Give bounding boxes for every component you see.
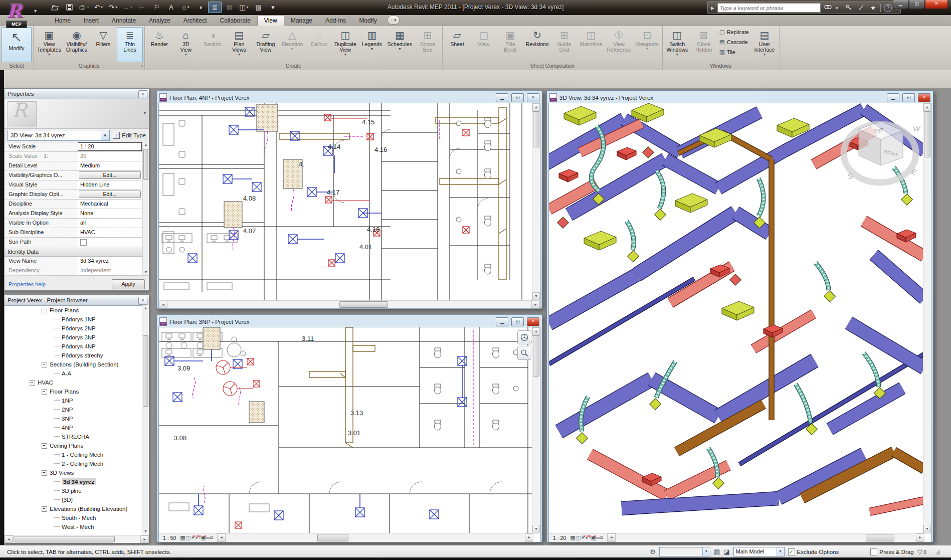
measure-icon[interactable]: ↔▾ bbox=[121, 2, 134, 13]
property-value[interactable]: HVAC bbox=[77, 228, 149, 237]
crop-view-icon[interactable]: ▫× bbox=[199, 534, 201, 540]
close-button[interactable]: × bbox=[527, 317, 539, 326]
tab-view[interactable]: View bbox=[257, 15, 284, 26]
minimize-button[interactable]: ▁ bbox=[496, 317, 508, 326]
worksets-combo[interactable]: ▼ bbox=[659, 547, 710, 556]
redo-icon[interactable]: ↷▾ bbox=[106, 2, 120, 13]
favorites-star-icon[interactable]: ★ bbox=[868, 4, 877, 13]
tab-architect[interactable]: Architect bbox=[177, 16, 214, 26]
horizontal-scrollbar[interactable]: ◄ ► bbox=[159, 300, 540, 308]
section-icon[interactable]: ◑ bbox=[194, 2, 207, 13]
close-button[interactable]: ✕ bbox=[925, 0, 948, 9]
property-value[interactable]: all bbox=[77, 219, 149, 228]
button-filters[interactable]: ▽Filters bbox=[90, 27, 116, 62]
tile-windows-icon[interactable]: ▤ bbox=[252, 2, 265, 13]
scroll-up-icon[interactable]: ▲ bbox=[142, 305, 149, 311]
worksets-icon[interactable]: ⚙ bbox=[650, 548, 656, 555]
button-modify[interactable]: ↖Modify bbox=[2, 27, 32, 62]
property-value[interactable]: 3d 34 vyrez bbox=[77, 257, 149, 266]
tree-item-west-mech[interactable]: West - Mech bbox=[5, 522, 149, 531]
scroll-down-icon[interactable]: ▼ bbox=[532, 525, 540, 533]
press-drag-checkbox[interactable]: Press & Drag bbox=[870, 548, 913, 555]
visual-style-icon[interactable]: ◫ bbox=[576, 534, 581, 540]
button-drafting-view[interactable]: ▱DraftingView bbox=[253, 27, 279, 62]
button-guide-grid[interactable]: ⊞GuideGrid bbox=[551, 27, 577, 62]
properties-help-link[interactable]: Properties help bbox=[9, 281, 46, 287]
window-title-bar[interactable]: 3D View: 3d 34 vyrez - Project Verex ▁ ◱… bbox=[548, 92, 931, 103]
tree-item-2np[interactable]: 2NP bbox=[5, 405, 149, 414]
detail-level-icon[interactable]: ▦ bbox=[180, 534, 185, 540]
active-option-icon[interactable]: ◪ bbox=[723, 548, 729, 555]
restore-button[interactable]: ◱ bbox=[511, 317, 524, 326]
edit-button[interactable]: Edit... bbox=[79, 191, 141, 198]
type-selector-combo[interactable]: 3D View: 3d 34 vyrez ▼ bbox=[8, 130, 110, 141]
scale-button[interactable]: 1 : 50 bbox=[159, 535, 180, 541]
customize-qat-icon[interactable]: ▾ bbox=[266, 2, 280, 13]
tree-item-floor-plans[interactable]: Floor Plans bbox=[5, 387, 149, 396]
scrollbar-thumb[interactable] bbox=[533, 111, 539, 147]
scroll-right-icon[interactable]: ► bbox=[525, 533, 533, 542]
tree-item-elevations-building-elevation[interactable]: Elevations (Building Elevation) bbox=[5, 504, 149, 513]
tree-item-3np[interactable]: 3NP bbox=[5, 414, 149, 423]
edit-type-button[interactable]: Edit Type bbox=[113, 132, 146, 139]
restore-button[interactable]: ◱ bbox=[511, 93, 524, 102]
restore-button[interactable]: ◱ bbox=[909, 0, 924, 9]
properties-close-icon[interactable]: × bbox=[138, 90, 147, 98]
scroll-left-icon[interactable]: ◄ bbox=[159, 301, 167, 308]
floor-plan-4np-canvas[interactable]: 4.154.144.164.4.084.174.074.184.01 bbox=[159, 103, 533, 301]
default-3d-view-icon[interactable]: ⌂▾ bbox=[179, 2, 193, 13]
project-browser-close-icon[interactable]: × bbox=[138, 297, 147, 305]
subscription-key-icon[interactable] bbox=[844, 4, 853, 13]
button-sheet[interactable]: ▱Sheet bbox=[444, 27, 470, 62]
scroll-right-icon[interactable]: ► bbox=[531, 301, 540, 308]
button-callout[interactable]: ◌Callout bbox=[306, 27, 332, 62]
horizontal-scrollbar[interactable]: ◄ ► bbox=[607, 533, 924, 542]
vertical-scrollbar[interactable]: ▲ ▼ bbox=[532, 103, 540, 301]
scroll-down-icon[interactable]: ▼ bbox=[143, 269, 149, 275]
crop-view-icon[interactable]: ▫× bbox=[589, 534, 591, 540]
tree-collapse-icon[interactable] bbox=[42, 443, 47, 449]
scroll-left-icon[interactable]: ◄ bbox=[5, 535, 13, 543]
property-value[interactable]: Mechanical bbox=[77, 200, 149, 209]
resize-grip[interactable] bbox=[935, 549, 940, 554]
application-menu-button[interactable]: R MEP ▼ bbox=[5, 1, 42, 29]
browser-hscrollbar[interactable]: ◄ ► bbox=[5, 535, 149, 543]
edit-button[interactable]: Edit... bbox=[79, 171, 141, 179]
exclude-options-checkbox[interactable]: ✓ Exclude Options bbox=[788, 548, 839, 555]
button-section[interactable]: ◑Section bbox=[200, 27, 226, 62]
scroll-up-icon[interactable]: ▲ bbox=[532, 103, 540, 112]
tab-analyze[interactable]: Analyze bbox=[142, 16, 177, 26]
scrollbar-thumb[interactable] bbox=[14, 536, 115, 542]
button-view-reference[interactable]: ①ViewReference bbox=[605, 27, 633, 62]
scrollbar-thumb[interactable] bbox=[317, 534, 348, 541]
tree-collapse-icon[interactable] bbox=[42, 389, 47, 395]
property-value[interactable]: Hidden Line bbox=[77, 180, 149, 190]
properties-title-bar[interactable]: Properties × bbox=[5, 89, 149, 99]
tree-item-ceiling-plans[interactable]: Ceiling Plans bbox=[5, 441, 149, 450]
button-plan-views[interactable]: ▤PlanViews▾ bbox=[226, 27, 252, 62]
button-title-block[interactable]: ▣TitleBlock bbox=[497, 27, 523, 62]
button-3d-view[interactable]: ⌂3DView▾ bbox=[173, 27, 199, 62]
property-group-identity-data[interactable]: Identity Data^ bbox=[5, 247, 149, 257]
open-icon[interactable] bbox=[48, 2, 62, 13]
button-revisions[interactable]: ↻Revisions bbox=[524, 27, 551, 62]
minimize-button[interactable]: ▁ bbox=[887, 93, 899, 102]
tree-item-2-ceiling-mech[interactable]: 2 - Ceiling Mech bbox=[5, 459, 149, 468]
property-value[interactable]: 1 : 20 bbox=[77, 142, 149, 151]
scrollbar-thumb[interactable] bbox=[143, 335, 148, 407]
crop-region-icon[interactable]: ▣× bbox=[591, 534, 596, 540]
vertical-scrollbar[interactable]: ▲ ▼ bbox=[532, 327, 540, 533]
scrollbar-thumb[interactable] bbox=[143, 149, 148, 180]
close-button[interactable]: × bbox=[918, 93, 930, 102]
sun-path-icon[interactable]: ☀× bbox=[191, 534, 196, 540]
scale-button[interactable]: 1 : 20 bbox=[549, 535, 570, 541]
view-3d-canvas[interactable]: S E W TOP RIGHT bbox=[549, 103, 924, 533]
property-value[interactable]: None bbox=[77, 209, 149, 218]
tab-annotate[interactable]: Annotate bbox=[105, 16, 142, 26]
tree-collapse-icon[interactable] bbox=[42, 362, 47, 367]
sun-path-icon[interactable]: ☀× bbox=[581, 534, 586, 540]
steering-wheel-button[interactable] bbox=[517, 330, 531, 344]
button-switch-windows[interactable]: ◫SwitchWindows▾ bbox=[664, 27, 690, 62]
property-value[interactable]: Edit... bbox=[77, 171, 149, 180]
project-browser-title-bar[interactable]: Project Verex - Project Browser × bbox=[5, 295, 149, 306]
